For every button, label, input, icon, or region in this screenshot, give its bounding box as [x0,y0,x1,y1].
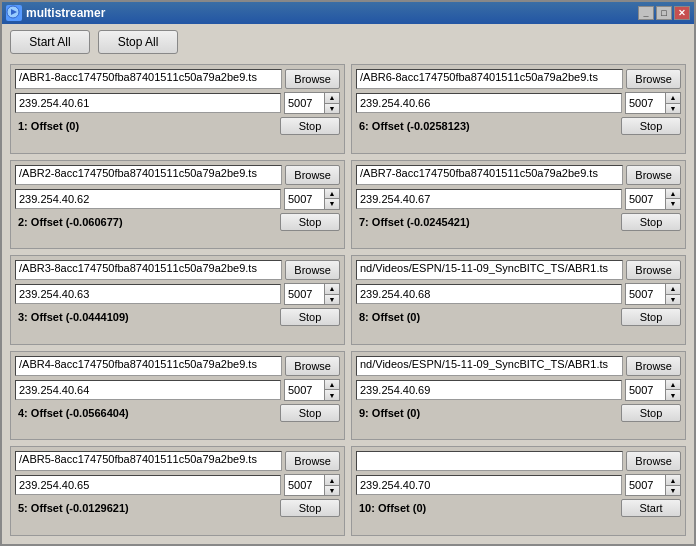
port-input-7[interactable] [626,189,666,209]
action-button-9[interactable]: Stop [621,404,681,422]
ip-input-2[interactable] [15,189,281,209]
stream-row3-3: 3: Offset (-0.0444109) Stop [15,308,340,326]
ip-input-5[interactable] [15,475,281,495]
action-button-8[interactable]: Stop [621,308,681,326]
port-input-10[interactable] [626,475,666,495]
stream-row3-7: 7: Offset (-0.0245421) Stop [356,213,681,231]
port-spinners-7: ▲ ▼ [666,189,680,209]
maximize-button[interactable]: □ [656,6,672,20]
port-up-10[interactable]: ▲ [666,475,680,486]
file-path-3: /ABR3-8acc174750fba87401511c50a79a2be9.t… [15,260,282,280]
port-down-5[interactable]: ▼ [325,486,339,496]
port-up-5[interactable]: ▲ [325,475,339,486]
browse-button-8[interactable]: Browse [626,260,681,280]
minimize-button[interactable]: _ [638,6,654,20]
main-window: multistreamer _ □ ✕ Start All Stop All /… [0,0,696,546]
port-input-2[interactable] [285,189,325,209]
port-down-6[interactable]: ▼ [666,104,680,114]
browse-button-2[interactable]: Browse [285,165,340,185]
stream-row2-4: ▲ ▼ [15,379,340,401]
port-up-9[interactable]: ▲ [666,380,680,391]
ip-input-3[interactable] [15,284,281,304]
action-button-10[interactable]: Start [621,499,681,517]
stream-row2-5: ▲ ▼ [15,474,340,496]
browse-button-3[interactable]: Browse [285,260,340,280]
port-up-7[interactable]: ▲ [666,189,680,200]
ip-input-8[interactable] [356,284,622,304]
action-button-7[interactable]: Stop [621,213,681,231]
stream-panel-3: /ABR3-8acc174750fba87401511c50a79a2be9.t… [10,255,345,345]
port-down-4[interactable]: ▼ [325,390,339,400]
port-up-1[interactable]: ▲ [325,93,339,104]
stream-row2-9: ▲ ▼ [356,379,681,401]
port-input-9[interactable] [626,380,666,400]
ip-input-6[interactable] [356,93,622,113]
stream-row2-6: ▲ ▼ [356,92,681,114]
port-up-4[interactable]: ▲ [325,380,339,391]
browse-button-4[interactable]: Browse [285,356,340,376]
port-input-4[interactable] [285,380,325,400]
file-path-6: /ABR6-8acc174750fba87401511c50a79a2be9.t… [356,69,623,89]
port-spinners-4: ▲ ▼ [325,380,339,400]
stream-panel-4: /ABR4-8acc174750fba87401511c50a79a2be9.t… [10,351,345,441]
action-button-3[interactable]: Stop [280,308,340,326]
stream-row2-10: ▲ ▼ [356,474,681,496]
ip-input-4[interactable] [15,380,281,400]
offset-label-10: 10: Offset (0) [356,501,618,515]
port-container-8: ▲ ▼ [625,283,681,305]
action-button-2[interactable]: Stop [280,213,340,231]
port-down-8[interactable]: ▼ [666,295,680,305]
port-down-7[interactable]: ▼ [666,199,680,209]
browse-button-7[interactable]: Browse [626,165,681,185]
ip-input-1[interactable] [15,93,281,113]
browse-button-9[interactable]: Browse [626,356,681,376]
port-down-1[interactable]: ▼ [325,104,339,114]
file-path-7: /ABR7-8acc174750fba87401511c50a79a2be9.t… [356,165,623,185]
port-down-9[interactable]: ▼ [666,390,680,400]
stream-panel-7: /ABR7-8acc174750fba87401511c50a79a2be9.t… [351,160,686,250]
port-up-2[interactable]: ▲ [325,189,339,200]
action-button-5[interactable]: Stop [280,499,340,517]
port-down-10[interactable]: ▼ [666,486,680,496]
ip-input-7[interactable] [356,189,622,209]
stream-row2-8: ▲ ▼ [356,283,681,305]
port-input-6[interactable] [626,93,666,113]
offset-label-2: 2: Offset (-0.060677) [15,215,277,229]
port-input-8[interactable] [626,284,666,304]
stream-row2-3: ▲ ▼ [15,283,340,305]
port-container-3: ▲ ▼ [284,283,340,305]
port-down-3[interactable]: ▼ [325,295,339,305]
port-container-2: ▲ ▼ [284,188,340,210]
port-spinners-10: ▲ ▼ [666,475,680,495]
offset-label-6: 6: Offset (-0.0258123) [356,119,618,133]
port-input-3[interactable] [285,284,325,304]
ip-input-9[interactable] [356,380,622,400]
port-input-5[interactable] [285,475,325,495]
port-up-6[interactable]: ▲ [666,93,680,104]
file-path-10 [356,451,623,471]
port-spinners-3: ▲ ▼ [325,284,339,304]
window-title: multistreamer [26,6,638,20]
action-button-1[interactable]: Stop [280,117,340,135]
start-all-button[interactable]: Start All [10,30,90,54]
browse-button-6[interactable]: Browse [626,69,681,89]
stream-row1-6: /ABR6-8acc174750fba87401511c50a79a2be9.t… [356,69,681,89]
action-button-6[interactable]: Stop [621,117,681,135]
port-down-2[interactable]: ▼ [325,199,339,209]
port-spinners-6: ▲ ▼ [666,93,680,113]
browse-button-1[interactable]: Browse [285,69,340,89]
port-up-3[interactable]: ▲ [325,284,339,295]
offset-label-4: 4: Offset (-0.0566404) [15,406,277,420]
action-button-4[interactable]: Stop [280,404,340,422]
browse-button-10[interactable]: Browse [626,451,681,471]
port-up-8[interactable]: ▲ [666,284,680,295]
stop-all-button[interactable]: Stop All [98,30,178,54]
browse-button-5[interactable]: Browse [285,451,340,471]
stream-row3-6: 6: Offset (-0.0258123) Stop [356,117,681,135]
port-input-1[interactable] [285,93,325,113]
stream-row3-8: 8: Offset (0) Stop [356,308,681,326]
ip-input-10[interactable] [356,475,622,495]
close-button[interactable]: ✕ [674,6,690,20]
stream-panel-1: /ABR1-8acc174750fba87401511c50a79a2be9.t… [10,64,345,154]
port-container-9: ▲ ▼ [625,379,681,401]
